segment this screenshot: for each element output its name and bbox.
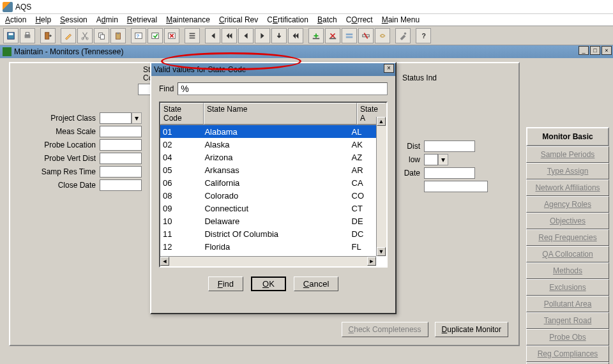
query-cancel-icon[interactable] bbox=[164, 28, 179, 43]
svg-rect-19 bbox=[329, 38, 337, 39]
next-set-icon[interactable] bbox=[288, 28, 303, 43]
lov-close-button[interactable]: × bbox=[384, 64, 394, 73]
col-header-name[interactable]: State Name bbox=[204, 103, 357, 125]
side-btn-sample-periods[interactable]: Sample Periods bbox=[526, 146, 609, 163]
delete-record-icon[interactable] bbox=[325, 28, 340, 43]
probe-location-field[interactable] bbox=[100, 139, 142, 151]
label-low: low bbox=[398, 155, 424, 164]
find-label: Find bbox=[159, 84, 174, 93]
list-row[interactable]: 12FloridaFL bbox=[160, 240, 376, 253]
date-field[interactable] bbox=[424, 167, 475, 179]
find-button[interactable]: Find bbox=[208, 277, 243, 291]
list-row[interactable]: 04ArizonaAZ bbox=[160, 151, 376, 163]
menu-help[interactable]: Help bbox=[35, 15, 51, 24]
menu-action[interactable]: Action bbox=[5, 15, 26, 24]
menu-batch[interactable]: Batch bbox=[317, 15, 337, 24]
low-field[interactable] bbox=[424, 154, 438, 165]
menu-correct[interactable]: COrrect bbox=[346, 15, 373, 24]
mdi-minimize-button[interactable]: _ bbox=[579, 46, 589, 55]
side-btn-objectives[interactable]: Objectives bbox=[526, 213, 609, 229]
mdi-close-button[interactable]: × bbox=[602, 46, 612, 55]
list-row[interactable]: 08ColoradoCO bbox=[160, 189, 376, 202]
duplicate-monitor-button[interactable]: Duplicate Monitor bbox=[435, 322, 508, 337]
samp-res-field[interactable] bbox=[100, 166, 142, 178]
duplicate-record-icon[interactable] bbox=[342, 28, 357, 43]
edit-icon[interactable] bbox=[61, 28, 76, 43]
side-btn-pollutant-area[interactable]: Pollutant Area bbox=[526, 296, 609, 312]
check-completeness-button[interactable]: Check Completeness bbox=[342, 322, 428, 337]
menu-admin[interactable]: Admin bbox=[96, 15, 118, 24]
side-btn-methods[interactable]: Methods bbox=[526, 262, 609, 279]
prev-set-icon[interactable] bbox=[222, 28, 237, 43]
list-row[interactable]: 10DelawareDE bbox=[160, 215, 376, 227]
side-button-panel: Monitor Basic Sample PeriodsType AssignN… bbox=[526, 127, 609, 364]
list-row[interactable]: 09ConnecticutCT bbox=[160, 202, 376, 215]
close-date-field[interactable] bbox=[100, 179, 142, 191]
mdi-title: Maintain - Monitors (Tennessee) bbox=[14, 47, 123, 56]
tools-icon[interactable] bbox=[395, 28, 411, 43]
list-row[interactable]: 02AlaskaAK bbox=[160, 138, 376, 151]
col-header-code[interactable]: State Code bbox=[160, 103, 204, 125]
mdi-maximize-button[interactable]: □ bbox=[590, 46, 600, 55]
probe-vert-field[interactable] bbox=[100, 153, 142, 164]
side-btn-probe-obs[interactable]: Probe Obs bbox=[526, 329, 609, 345]
list-row[interactable]: 01AlabamaAL bbox=[160, 125, 376, 138]
find-input[interactable] bbox=[178, 82, 388, 95]
list-row[interactable]: 11District Of ColumbiaDC bbox=[160, 227, 376, 240]
scroll-right-icon[interactable]: ► bbox=[367, 257, 376, 266]
extra-field[interactable] bbox=[424, 181, 488, 192]
mdi-titlebar: Maintain - Monitors (Tennessee) _ □ × bbox=[0, 45, 613, 58]
save-icon[interactable] bbox=[3, 28, 19, 43]
first-record-icon[interactable] bbox=[205, 28, 220, 43]
paste-icon[interactable] bbox=[110, 28, 126, 43]
scroll-down-icon[interactable]: ▼ bbox=[377, 247, 386, 256]
query-enter-icon[interactable]: ? bbox=[131, 28, 146, 43]
lov-list-body[interactable]: 01AlabamaAL02AlaskaAK04ArizonaAZ05Arkans… bbox=[160, 125, 376, 264]
undo-icon[interactable] bbox=[375, 28, 390, 43]
low-dropdown[interactable]: ▾ bbox=[438, 154, 448, 165]
project-class-dropdown[interactable]: ▾ bbox=[132, 112, 142, 124]
scroll-left-icon[interactable]: ◄ bbox=[160, 257, 169, 266]
ok-button[interactable]: OK bbox=[251, 277, 286, 291]
query-execute-icon[interactable] bbox=[148, 28, 163, 43]
scroll-up-icon[interactable]: ▲ bbox=[377, 117, 386, 126]
label-close-date: Close Date bbox=[10, 181, 100, 190]
menu-critical-rev[interactable]: Critical Rev bbox=[219, 15, 258, 24]
lov-titlebar[interactable]: Valid values for State Code × bbox=[151, 63, 395, 76]
side-btn-qa-collocation[interactable]: QA Collocation bbox=[526, 246, 609, 262]
menu-main[interactable]: Main Menu bbox=[382, 15, 420, 24]
cancel-button[interactable]: Cancel bbox=[294, 277, 338, 291]
insert-record-icon[interactable] bbox=[308, 28, 324, 43]
list-row[interactable]: 06CaliforniaCA bbox=[160, 176, 376, 189]
side-btn-exclusions[interactable]: Exclusions bbox=[526, 279, 609, 296]
clear-record-icon[interactable] bbox=[358, 28, 374, 43]
prev-record-icon[interactable] bbox=[238, 28, 254, 43]
menu-retrieval[interactable]: Retrieval bbox=[127, 15, 157, 24]
next-record-icon[interactable] bbox=[255, 28, 270, 43]
list-icon[interactable] bbox=[185, 28, 200, 43]
label-probe-location: Probe Location bbox=[10, 140, 100, 149]
exit-icon[interactable] bbox=[40, 28, 56, 43]
down-icon[interactable] bbox=[271, 28, 287, 43]
svg-rect-2 bbox=[25, 34, 31, 38]
menu-maintenance[interactable]: Maintenance bbox=[166, 15, 210, 24]
dist-field[interactable] bbox=[424, 140, 475, 152]
cut-icon[interactable] bbox=[77, 28, 93, 43]
side-btn-type-assign[interactable]: Type Assign bbox=[526, 163, 609, 179]
side-btn-network-affiliations[interactable]: Network Affiliations bbox=[526, 179, 609, 196]
side-btn-reg-compliances[interactable]: Reg Compliances bbox=[526, 345, 609, 362]
meas-scale-field[interactable] bbox=[100, 126, 142, 137]
horizontal-scrollbar[interactable]: ◄ ► bbox=[160, 256, 376, 266]
side-btn-agency-roles[interactable]: Agency Roles bbox=[526, 196, 609, 213]
menu-session[interactable]: Session bbox=[60, 15, 87, 24]
list-row[interactable]: 05ArkansasAR bbox=[160, 163, 376, 176]
menu-certification[interactable]: CErtification bbox=[267, 15, 308, 24]
side-btn-tangent-road[interactable]: Tangent Road bbox=[526, 312, 609, 329]
copy-icon[interactable] bbox=[94, 28, 109, 43]
help-icon[interactable]: ? bbox=[416, 28, 431, 43]
side-btn-req-frequencies[interactable]: Req Frequencies bbox=[526, 229, 609, 246]
project-class-field[interactable] bbox=[100, 112, 132, 124]
vertical-scrollbar[interactable]: ▲ ▼ bbox=[376, 117, 386, 256]
print-icon[interactable] bbox=[20, 28, 35, 43]
lov-list-header: State Code State Name State A bbox=[160, 103, 386, 125]
